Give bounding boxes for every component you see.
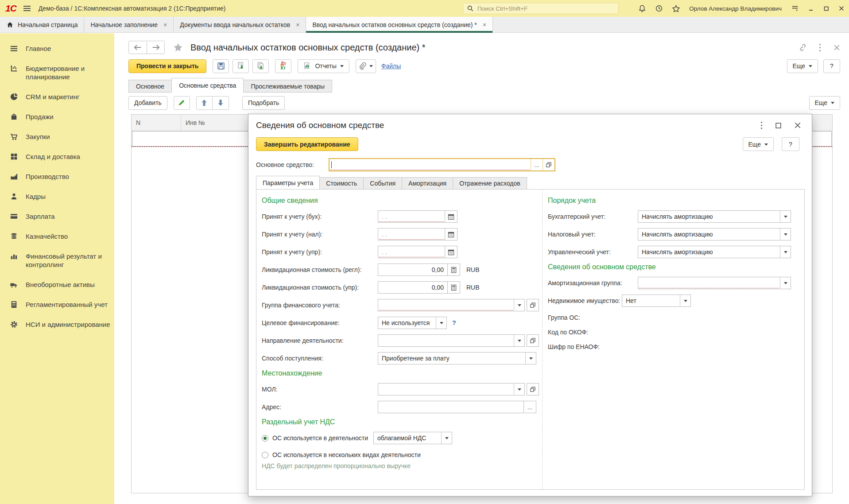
dialog-more-button[interactable]: Еще [743, 137, 774, 151]
dropdown-button[interactable] [680, 295, 690, 306]
help-hint[interactable]: ? [452, 319, 456, 326]
asset-input[interactable] [330, 159, 531, 171]
dialog-tab-depreciation[interactable]: Амортизация [402, 177, 453, 190]
sidebar-item-admin[interactable]: НСИ и администрирование [0, 314, 114, 334]
realty-combo[interactable]: Нет [622, 295, 691, 307]
close-dialog-icon[interactable] [794, 122, 801, 129]
get-link-icon[interactable] [798, 43, 806, 52]
sidebar-item-budgeting[interactable]: Бюджетирование и планирование [0, 58, 114, 87]
open-button[interactable] [527, 383, 539, 395]
mol-combo[interactable] [378, 383, 525, 395]
tab-home[interactable]: Начальная страница [0, 17, 84, 33]
pick-button[interactable]: Подобрать [242, 96, 285, 110]
depreciation-group-combo[interactable] [638, 277, 791, 289]
dropdown-button[interactable] [441, 432, 452, 444]
forward-button[interactable] [147, 41, 164, 54]
sidebar-item-noncurrent-assets[interactable]: Внеоборотные активы [0, 275, 114, 295]
sidebar-item-treasury[interactable]: Казначейство [0, 226, 114, 246]
minimize-icon[interactable] [808, 5, 814, 12]
calendar-button[interactable] [445, 210, 457, 223]
amount-input[interactable]: 0,00 [378, 281, 448, 294]
sidebar-item-hr[interactable]: Кадры [0, 186, 114, 206]
list-more-button[interactable]: Еще [809, 96, 841, 110]
sidebar-item-purchases[interactable]: Закупки [0, 127, 114, 147]
dt-kt-postings-button[interactable]: ДтКт [275, 59, 291, 73]
close-icon[interactable] [838, 5, 845, 12]
subtab-main[interactable]: Основное [128, 80, 172, 93]
maximize-icon[interactable] [775, 122, 782, 129]
subtab-traceable-goods[interactable]: Прослеживаемые товары [243, 80, 332, 93]
add-row-button[interactable]: Добавить [128, 96, 167, 110]
date-input[interactable]: . . [378, 246, 445, 258]
favorite-star-icon[interactable] [173, 42, 183, 53]
sidebar-item-warehouse[interactable]: Склад и доставка [0, 147, 114, 167]
calendar-button[interactable] [445, 246, 457, 258]
tab-close-icon[interactable]: × [483, 21, 486, 28]
target-financing-combo[interactable]: Не используется [378, 317, 447, 329]
close-form-icon[interactable] [833, 44, 840, 51]
activity-combo[interactable] [378, 334, 525, 347]
amount-input[interactable]: 0,00 [378, 264, 448, 276]
radio-label[interactable]: ОС используется в деятельности [272, 434, 368, 442]
back-button[interactable] [129, 41, 147, 54]
open-button[interactable] [527, 334, 539, 347]
dropdown-button[interactable] [780, 211, 791, 222]
post-document-button[interactable] [233, 59, 249, 73]
upr-order-combo[interactable]: Начислять амортизацию [638, 246, 791, 258]
dropdown-button[interactable] [514, 335, 524, 346]
tab-initial-filling[interactable]: Начальное заполнение × [84, 17, 174, 33]
radio-unselected[interactable] [262, 452, 268, 458]
current-user[interactable]: Орлов Александр Владимирович [689, 5, 782, 12]
fin-group-combo[interactable] [378, 299, 525, 311]
attachments-button[interactable] [356, 59, 376, 73]
sidebar-item-financial-result[interactable]: Финансовый результат и контроллинг [0, 246, 114, 275]
dropdown-button[interactable] [525, 353, 536, 364]
calculator-button[interactable] [448, 264, 460, 276]
sidebar-item-regulated-accounting[interactable]: Регламентированный учет [0, 295, 114, 314]
dropdown-button[interactable] [780, 246, 791, 258]
subtab-fixed-assets[interactable]: Основные средства [171, 78, 244, 93]
address-ellipsis-button[interactable]: ... [524, 401, 536, 413]
receipt-method-combo[interactable]: Приобретение за плату [378, 352, 536, 364]
radio-selected[interactable] [262, 435, 268, 442]
dropdown-button[interactable] [436, 317, 446, 329]
favorites-star-icon[interactable] [672, 4, 680, 13]
buh-order-combo[interactable]: Начислять амортизацию [638, 210, 791, 223]
dropdown-button[interactable] [514, 384, 524, 395]
asset-ellipsis-button[interactable]: ... [531, 159, 543, 171]
sidebar-item-payroll[interactable]: Зарплата [0, 206, 114, 226]
save-button[interactable] [213, 59, 229, 73]
files-link[interactable]: Файлы [381, 62, 401, 70]
dialog-tab-events[interactable]: События [363, 177, 402, 190]
calendar-button[interactable] [445, 228, 457, 240]
date-input[interactable]: . . [378, 210, 445, 223]
create-based-on-button[interactable] [252, 59, 269, 73]
radio-label[interactable]: ОС используется в нескольких видах деяте… [272, 451, 421, 458]
history-icon[interactable] [655, 4, 663, 12]
dialog-tab-accounting-params[interactable]: Параметры учета [256, 176, 320, 190]
sidebar-item-main[interactable]: Главное [0, 39, 114, 58]
restore-icon[interactable] [823, 5, 830, 12]
dropdown-button[interactable] [780, 229, 791, 240]
kebab-menu-icon[interactable] [819, 43, 821, 52]
open-button[interactable] [527, 299, 539, 311]
tab-close-icon[interactable]: × [296, 21, 299, 28]
dialog-tab-cost[interactable]: Стоимость [319, 177, 364, 190]
nal-order-combo[interactable]: Начислять амортизацию [638, 228, 791, 240]
sidebar-item-sales[interactable]: Продажи [0, 107, 114, 127]
global-search[interactable] [463, 3, 619, 14]
tab-opening-balance-documents[interactable]: Документы ввода начальных остатков × [174, 17, 306, 33]
reports-button[interactable]: Отчеты [298, 59, 349, 73]
tab-close-icon[interactable]: × [163, 21, 167, 28]
search-input[interactable] [477, 5, 615, 12]
tab-fixed-assets-entry[interactable]: Ввод начальных остатков основных средств… [306, 17, 493, 33]
form-more-button[interactable]: Еще [787, 59, 818, 73]
dialog-help-button[interactable]: ? [782, 137, 799, 151]
notifications-bell-icon[interactable] [638, 4, 646, 12]
move-down-button[interactable] [213, 96, 229, 110]
move-up-button[interactable] [196, 96, 213, 110]
edit-row-button[interactable] [174, 96, 190, 110]
dropdown-button[interactable] [780, 277, 791, 289]
dialog-tab-expense-reflection[interactable]: Отражение расходов [453, 177, 527, 190]
form-help-button[interactable]: ? [823, 59, 840, 73]
